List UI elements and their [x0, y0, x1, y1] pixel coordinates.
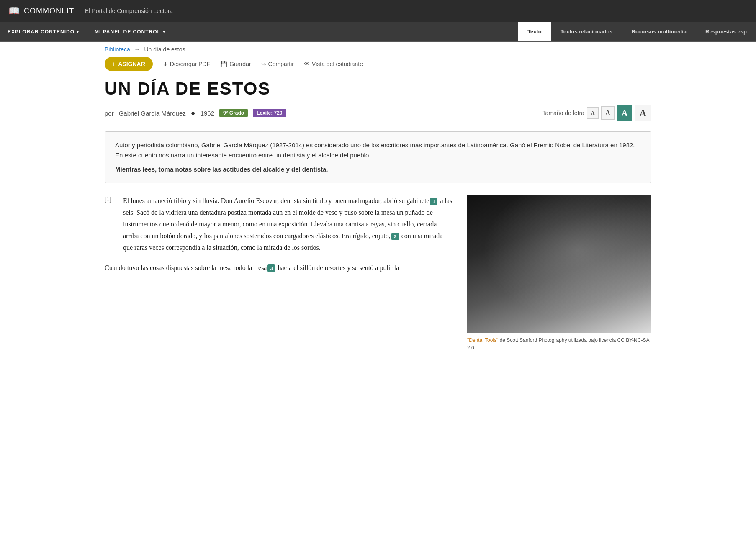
- para2-text-b: hacia el sillón de resortes y se sentó a…: [276, 264, 399, 271]
- tab-multimedia[interactable]: Recursos multimedia: [622, 22, 696, 41]
- logo-common: COMMON: [24, 7, 62, 15]
- save-link[interactable]: 💾 Guardar: [220, 61, 251, 67]
- student-view-link[interactable]: 👁 Vista del estudiante: [304, 61, 363, 67]
- image-container: "Dental Tools" de Scott Sanford Photogra…: [467, 195, 651, 352]
- text-body: [1] El lunes amaneció tibio y sin lluvia…: [105, 195, 651, 352]
- grade-badge: 9° Grado: [219, 109, 248, 117]
- breadcrumb-library-link[interactable]: Biblioteca: [105, 46, 130, 53]
- breadcrumb-current: Un día de estos: [144, 46, 185, 53]
- tab-respuestas[interactable]: Respuestas esp: [696, 22, 756, 41]
- svg-rect-0: [467, 195, 651, 333]
- svg-rect-3: [511, 247, 517, 302]
- svg-point-8: [557, 285, 587, 293]
- breadcrumb: Biblioteca → Un día de estos: [0, 42, 756, 57]
- font-size-label: Tamaño de letra: [543, 110, 584, 116]
- dashboard-button[interactable]: MI PANEL DE CONTROL: [87, 22, 173, 41]
- share-label: Compartir: [268, 61, 294, 67]
- text-image-column: "Dental Tools" de Scott Sanford Photogra…: [467, 195, 651, 352]
- svg-rect-6: [548, 249, 552, 298]
- logo-tagline: El Portal de Comprensión Lectora: [85, 8, 173, 14]
- save-label: Guardar: [229, 61, 251, 67]
- lexile-badge: Lexile: 720: [253, 109, 286, 117]
- tab-relacionados[interactable]: Textos relacionados: [551, 22, 622, 41]
- svg-rect-13: [568, 197, 609, 226]
- svg-rect-12: [534, 201, 559, 224]
- intro-text: Autor y periodista colombiano, Gabriel G…: [115, 140, 641, 160]
- dental-image-svg: [467, 195, 651, 333]
- download-pdf-link[interactable]: ⬇ Descargar PDF: [163, 61, 210, 67]
- secondary-navigation: EXPLORAR CONTENIDO MI PANEL DE CONTROL T…: [0, 22, 756, 42]
- logo-book-icon: 📖: [8, 5, 20, 16]
- intro-bold-note: Mientras lees, toma notas sobre las acti…: [115, 164, 641, 175]
- document-title: UN DÍA DE ESTOS: [105, 79, 651, 99]
- logo-lit: LIT: [62, 7, 74, 15]
- save-icon: 💾: [220, 61, 227, 67]
- intro-box: Autor y periodista colombiano, Gabriel G…: [105, 131, 651, 183]
- logo-text: COMMONLIT: [24, 7, 74, 15]
- assign-plus-icon: +: [112, 61, 116, 67]
- student-view-label: Vista del estudiante: [312, 61, 363, 67]
- font-size-medium-button[interactable]: A: [601, 106, 615, 120]
- svg-point-7: [555, 286, 589, 296]
- document-meta: por Gabriel García Márquez ● 1962 9° Gra…: [105, 105, 651, 121]
- text-left-column: [1] El lunes amaneció tibio y sin lluvia…: [105, 195, 454, 282]
- author-name: Gabriel García Márquez: [119, 110, 186, 117]
- download-label: Descargar PDF: [170, 61, 210, 67]
- image-credit-link[interactable]: "Dental Tools": [467, 337, 498, 343]
- sec-nav-left: EXPLORAR CONTENIDO MI PANEL DE CONTROL: [0, 22, 173, 41]
- font-size-small-button[interactable]: A: [587, 107, 599, 119]
- download-icon: ⬇: [163, 61, 168, 67]
- image-caption: "Dental Tools" de Scott Sanford Photogra…: [467, 336, 651, 352]
- assign-label: ASIGNAR: [118, 61, 145, 67]
- annotation-1[interactable]: 1: [430, 198, 437, 205]
- annotation-3[interactable]: 3: [267, 264, 275, 272]
- dental-tools-image: [467, 195, 651, 333]
- para2-text-a: Cuando tuvo las cosas dispuestas sobre l…: [105, 264, 267, 271]
- tab-texto[interactable]: Texto: [518, 22, 551, 41]
- top-navigation: 📖 COMMONLIT El Portal de Comprensión Lec…: [0, 0, 756, 22]
- paragraph-text-2: Cuando tuvo las cosas dispuestas sobre l…: [105, 262, 454, 274]
- meta-dot: ●: [191, 109, 195, 118]
- paragraph-number-1: [1]: [105, 195, 116, 254]
- eye-icon: 👁: [304, 61, 310, 67]
- svg-rect-11: [492, 199, 526, 224]
- share-icon: ↪: [261, 61, 266, 67]
- svg-rect-4: [524, 249, 531, 297]
- logo-area[interactable]: 📖 COMMONLIT El Portal de Comprensión Lec…: [8, 5, 173, 16]
- svg-rect-10: [467, 195, 651, 237]
- document-toolbar: + ASIGNAR ⬇ Descargar PDF 💾 Guardar ↪ Co…: [105, 57, 651, 71]
- font-size-controls: Tamaño de letra A A A A: [543, 105, 651, 121]
- svg-rect-9: [492, 295, 618, 296]
- font-size-large-button[interactable]: A: [617, 105, 632, 121]
- svg-rect-1: [484, 245, 635, 312]
- paragraph-2: Cuando tuvo las cosas dispuestas sobre l…: [105, 262, 454, 274]
- annotation-2[interactable]: 2: [391, 233, 399, 240]
- share-link[interactable]: ↪ Compartir: [261, 61, 294, 67]
- publication-year: 1962: [201, 110, 214, 117]
- main-content: + ASIGNAR ⬇ Descargar PDF 💾 Guardar ↪ Co…: [0, 57, 756, 368]
- breadcrumb-separator: →: [134, 46, 140, 53]
- paragraph-text-1: El lunes amaneció tibio y sin lluvia. Do…: [123, 195, 454, 254]
- para1-text-a: El lunes amaneció tibio y sin lluvia. Do…: [123, 197, 429, 204]
- author-prefix: por: [105, 110, 114, 117]
- paragraph-1: [1] El lunes amaneció tibio y sin lluvia…: [105, 195, 454, 254]
- explore-content-button[interactable]: EXPLORAR CONTENIDO: [0, 22, 87, 41]
- assign-button[interactable]: + ASIGNAR: [105, 57, 153, 71]
- svg-rect-5: [535, 250, 543, 296]
- font-size-xlarge-button[interactable]: A: [635, 105, 651, 121]
- content-tabs: Texto Textos relacionados Recursos multi…: [518, 22, 756, 41]
- svg-rect-2: [496, 249, 508, 299]
